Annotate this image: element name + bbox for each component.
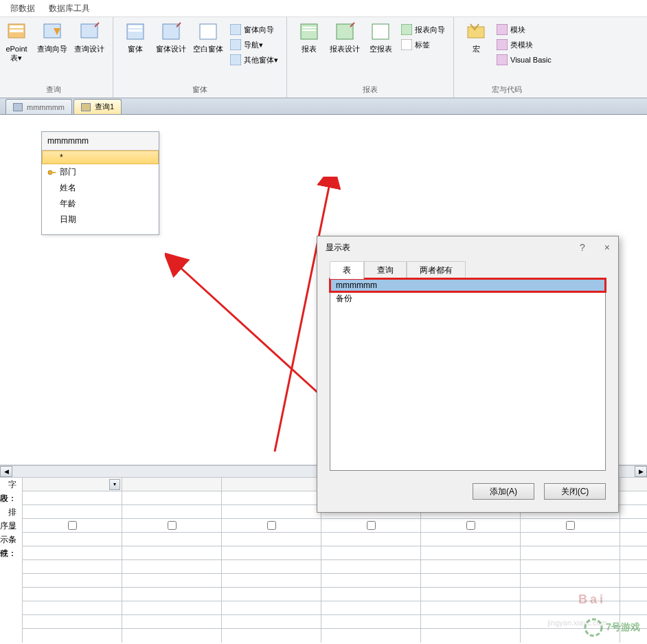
scroll-right-button[interactable]: ▶ bbox=[635, 466, 647, 477]
field-list: * 部门 姓名 年龄 日期 bbox=[42, 151, 159, 227]
svg-rect-8 bbox=[128, 25, 142, 28]
dialog-button-row: 添加(A) 关闭(C) bbox=[317, 471, 618, 512]
report-wizard-icon bbox=[401, 24, 412, 35]
svg-rect-1 bbox=[10, 25, 23, 28]
grid-column[interactable] bbox=[122, 478, 222, 643]
svg-rect-25 bbox=[497, 24, 508, 35]
dialog-tab-tables[interactable]: 表 bbox=[330, 261, 364, 279]
dropdown-icon[interactable]: ▾ bbox=[109, 479, 120, 490]
table-title: mmmmmm bbox=[42, 132, 159, 151]
svg-rect-16 bbox=[301, 24, 317, 39]
dialog-tab-queries[interactable]: 查询 bbox=[364, 261, 407, 279]
show-checkbox[interactable] bbox=[168, 521, 177, 530]
field-item[interactable]: 部门 bbox=[42, 164, 159, 180]
form-wizard-icon bbox=[230, 24, 241, 35]
query-wizard-button[interactable]: 查询向导 bbox=[34, 20, 70, 55]
grid-column[interactable] bbox=[222, 478, 321, 643]
svg-rect-2 bbox=[10, 30, 23, 32]
grid-row-labels: 字段： 表： 排序： 显示： 条件： 或： bbox=[0, 478, 23, 643]
form-wizard-button[interactable]: 窗体向导 bbox=[227, 23, 281, 36]
tab-query1[interactable]: 查询1 bbox=[73, 99, 122, 114]
watermark-url: jingyan.xiayc.com bbox=[547, 619, 607, 627]
help-button[interactable]: ? bbox=[580, 242, 585, 253]
navigation-button[interactable]: 导航▾ bbox=[227, 38, 281, 52]
button-label: Visual Basic bbox=[510, 56, 552, 64]
field-item[interactable]: * bbox=[42, 151, 159, 164]
menubar: 部数据 数据库工具 bbox=[0, 0, 647, 17]
form-icon bbox=[124, 21, 146, 43]
form-design-button[interactable]: 窗体设计 bbox=[153, 20, 189, 55]
show-checkbox[interactable] bbox=[267, 521, 276, 530]
query-design-icon bbox=[78, 21, 100, 43]
field-item[interactable]: 姓名 bbox=[42, 180, 159, 196]
show-checkbox[interactable] bbox=[566, 521, 575, 530]
button-label: 标签 bbox=[415, 40, 430, 50]
label-field: 字段： bbox=[0, 478, 16, 491]
group-label: 窗体 bbox=[119, 83, 281, 96]
field-item[interactable]: 日期 bbox=[42, 212, 159, 227]
close-button[interactable]: 关闭(C) bbox=[544, 483, 606, 500]
form-button[interactable]: 窗体 bbox=[119, 20, 152, 55]
dialog-table-list[interactable]: mmmmmm 备份 bbox=[330, 278, 606, 471]
button-label: 模块 bbox=[510, 25, 525, 35]
module-button[interactable]: 模块 bbox=[494, 23, 554, 36]
svg-rect-12 bbox=[200, 24, 216, 39]
list-item[interactable]: mmmmmm bbox=[330, 279, 605, 291]
sharepoint-button[interactable]: ePoint 表▾ bbox=[0, 20, 33, 64]
add-button[interactable]: 添加(A) bbox=[473, 483, 534, 500]
class-module-button[interactable]: 类模块 bbox=[494, 38, 554, 52]
svg-rect-17 bbox=[302, 27, 316, 28]
button-label: 窗体设计 bbox=[156, 45, 186, 54]
watermark: Bai bbox=[578, 592, 606, 607]
svg-line-31 bbox=[179, 266, 330, 403]
field-item[interactable]: 年龄 bbox=[42, 196, 159, 212]
report-wizard-button[interactable]: 报表向导 bbox=[398, 23, 448, 36]
button-label: 宏 bbox=[473, 45, 480, 54]
visual-basic-button[interactable]: Visual Basic bbox=[494, 53, 554, 67]
svg-rect-22 bbox=[401, 24, 412, 35]
menu-item[interactable]: 部数据 bbox=[3, 0, 42, 17]
button-label: 窗体 bbox=[128, 45, 143, 54]
blank-form-button[interactable]: 空白窗体 bbox=[190, 20, 226, 55]
table-field-list[interactable]: mmmmmm * 部门 姓名 年龄 日期 bbox=[41, 131, 159, 235]
ribbon-group-form: 窗体 窗体设计 空白窗体 窗体向导 导航▾ 其他窗体▾ 窗体 bbox=[113, 17, 287, 98]
button-label: 查询设计 bbox=[74, 45, 104, 54]
list-item[interactable]: 备份 bbox=[330, 291, 605, 306]
show-checkbox[interactable] bbox=[68, 521, 77, 530]
group-label: 查询 bbox=[0, 83, 107, 96]
dialog-title: 显示表 bbox=[326, 242, 350, 254]
report-design-icon bbox=[334, 21, 356, 43]
label-button[interactable]: 标签 bbox=[398, 38, 448, 52]
blank-report-button[interactable]: 空报表 bbox=[364, 20, 397, 55]
query-design-button[interactable]: 查询设计 bbox=[71, 20, 107, 55]
show-checkbox[interactable] bbox=[367, 521, 376, 530]
other-forms-button[interactable]: 其他窗体▾ bbox=[227, 53, 281, 67]
primary-key-icon bbox=[47, 168, 56, 177]
dialog-titlebar[interactable]: 显示表 ? × bbox=[317, 236, 618, 258]
svg-rect-27 bbox=[497, 54, 508, 65]
button-label: 类模块 bbox=[510, 40, 533, 50]
report-button[interactable]: 报表 bbox=[293, 20, 326, 55]
close-icon[interactable]: × bbox=[604, 242, 610, 253]
macro-icon bbox=[465, 21, 487, 43]
scroll-left-button[interactable]: ◀ bbox=[0, 466, 12, 477]
macro-button[interactable]: 宏 bbox=[459, 20, 492, 55]
show-checkbox[interactable] bbox=[466, 521, 475, 530]
button-label: 查询向导 bbox=[37, 45, 67, 54]
tab-label: 查询1 bbox=[95, 102, 114, 112]
tab-mmmmmm[interactable]: mmmmmm bbox=[5, 99, 72, 114]
button-label: 空白窗体 bbox=[193, 45, 223, 54]
ribbon: ePoint 表▾ 查询向导 查询设计 查询 窗体 窗体设计 bbox=[0, 17, 647, 98]
dialog-tab-both[interactable]: 两者都有 bbox=[407, 261, 466, 279]
svg-rect-15 bbox=[230, 54, 241, 65]
grid-column[interactable]: ▾ bbox=[23, 478, 122, 643]
menu-item[interactable]: 数据库工具 bbox=[42, 0, 97, 17]
navigation-icon bbox=[230, 39, 241, 50]
button-label: 报表向导 bbox=[415, 25, 445, 35]
module-icon bbox=[497, 24, 508, 35]
svg-rect-14 bbox=[230, 39, 241, 50]
svg-rect-29 bbox=[52, 172, 56, 173]
class-module-icon bbox=[497, 39, 508, 50]
label-or: 或： bbox=[0, 546, 16, 560]
report-design-button[interactable]: 报表设计 bbox=[327, 20, 363, 55]
